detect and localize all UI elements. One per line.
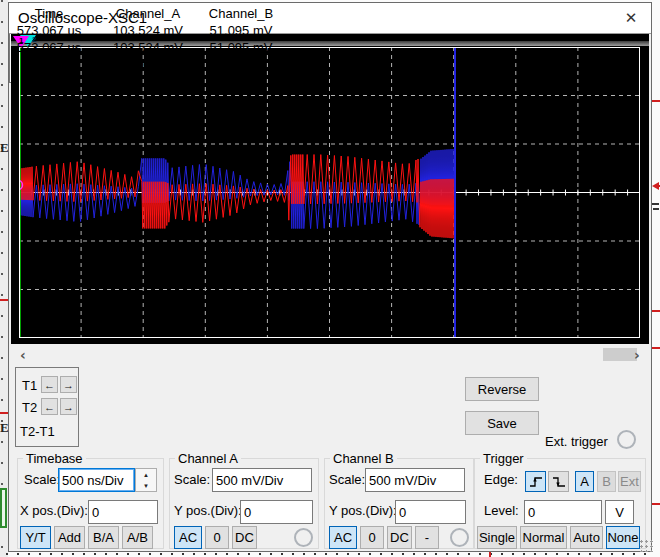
trigger-level-label: Level: [484, 503, 519, 518]
channel-b-ypos-label: Y pos.(Div): [329, 503, 397, 518]
spinner-up-icon[interactable]: ▲ [136, 469, 156, 480]
background-letter-fragment: E [0, 420, 8, 436]
trigger-normal-button[interactable]: Normal [520, 526, 567, 549]
timebase-title: Timebase [23, 451, 86, 466]
cursor-controls-box: T1 ← → T2 ← → T2-T1 [15, 367, 79, 447]
channel-b-zero-button[interactable]: 0 [360, 526, 384, 549]
channel-b-group: Channel B Scale: Y pos.(Div): AC 0 DC - [324, 458, 474, 549]
table-row: 573.067 us 103.524 mV 51.095 mV [9, 40, 651, 56]
channel-a-ac-button[interactable]: AC [174, 526, 202, 549]
channel-b-terminal-icon[interactable] [450, 528, 469, 547]
t2t1-label: T2-T1 [20, 424, 55, 439]
trigger-auto-button[interactable]: Auto [570, 526, 603, 549]
column-channel-b: Channel_B [196, 6, 286, 21]
ab-mode-button[interactable]: A/B [122, 526, 153, 549]
rising-edge-icon [529, 475, 543, 489]
background-wire [656, 185, 660, 187]
channel-b-ac-button[interactable]: AC [329, 526, 357, 549]
background-wire [652, 100, 660, 102]
background-wire [652, 503, 660, 505]
table-row: 0.000 s 0.000 V 0.000 V [9, 57, 651, 73]
background-wire [652, 310, 660, 312]
delta-channel-a: 0.000 V [98, 57, 198, 72]
timebase-scale-label: Scale: [24, 472, 60, 487]
channel-b-title: Channel B [330, 451, 397, 466]
channel-a-terminal-icon[interactable] [294, 528, 313, 547]
t2-label: T2 [22, 400, 37, 415]
ext-trigger-terminal-icon[interactable] [617, 430, 636, 449]
background-schematic-left: E E [0, 0, 8, 557]
channel-a-scale-input[interactable] [212, 468, 312, 492]
ext-trigger-label: Ext. trigger [545, 434, 608, 449]
background-selection-marquee [6, 553, 652, 555]
t2-time: 573.067 us [9, 40, 89, 55]
oscilloscope-window: Oscilloscope-XSC1 ✕ 1 2 ‹ › T1 ← → T2 ← … [8, 2, 652, 552]
background-component-fragment [653, 208, 659, 210]
t1-time: 573.067 us [9, 23, 89, 38]
channel-a-ypos-input[interactable] [240, 500, 313, 524]
trigger-level-unit[interactable]: V [605, 500, 634, 524]
background-component [0, 488, 7, 528]
channel-a-dc-button[interactable]: DC [232, 526, 257, 549]
t2-channel-b: 51.095 mV [196, 40, 286, 55]
t2-right-button[interactable]: → [60, 398, 77, 415]
channel-b-dc-button[interactable]: DC [387, 526, 412, 549]
background-wire [652, 347, 660, 349]
falling-edge-button[interactable] [548, 471, 569, 492]
trigger-edge-label: Edge: [484, 472, 518, 487]
table-row: 573.067 us 103.524 mV 51.095 mV [9, 23, 651, 39]
channel-b-ypos-input[interactable] [395, 500, 466, 524]
resize-grip[interactable] [639, 539, 653, 552]
channel-a-group: Channel A Scale: Y pos.(Div): AC 0 DC [169, 458, 319, 549]
column-channel-a: Channel_A [98, 6, 198, 21]
rising-edge-button[interactable] [525, 471, 546, 492]
reverse-button[interactable]: Reverse [465, 377, 539, 401]
background-letter-fragment: E [0, 140, 8, 156]
timebase-group: Timebase Scale: ▲ ▼ X pos.(Div): Y/T Add… [17, 458, 164, 549]
trigger-title: Trigger [480, 451, 527, 466]
scope-display[interactable] [19, 47, 640, 338]
delta-channel-b: 0.000 V [196, 57, 286, 72]
spinner-down-icon[interactable]: ▼ [136, 480, 156, 491]
timebase-scale-spinner[interactable]: ▲ ▼ [135, 468, 157, 492]
trigger-source-ext-button[interactable]: Ext [618, 471, 641, 492]
column-time: Time [9, 6, 89, 21]
trigger-single-button[interactable]: Single [477, 526, 517, 549]
t1-label: T1 [22, 378, 37, 393]
background-wire [0, 412, 8, 414]
t2-left-button[interactable]: ← [41, 398, 58, 415]
trigger-level-input[interactable] [524, 500, 602, 524]
save-button[interactable]: Save [465, 411, 539, 435]
channel-b-minus-button[interactable]: - [415, 526, 439, 549]
falling-edge-icon [552, 475, 566, 489]
background-component-fragment [652, 203, 659, 205]
channel-a-zero-button[interactable]: 0 [205, 526, 229, 549]
t1-right-button[interactable]: → [60, 376, 77, 393]
background-ruler-ticks [1, 0, 3, 557]
trigger-none-button[interactable]: None [606, 526, 640, 549]
trigger-group: Trigger Edge: A B Ext Level: V Single No… [474, 458, 646, 549]
channel-b-scale-input[interactable] [365, 468, 465, 492]
t1-channel-b: 51.095 mV [196, 23, 286, 38]
yt-mode-button[interactable]: Y/T [20, 526, 51, 549]
timebase-xpos-label: X pos.(Div): [20, 503, 88, 518]
timebase-xpos-input[interactable] [88, 500, 158, 524]
channel-a-ypos-label: Y pos.(Div): [174, 503, 242, 518]
scroll-left-icon[interactable]: ‹ [15, 347, 31, 362]
timebase-scale-input[interactable] [58, 468, 135, 492]
scroll-right-icon[interactable]: › [629, 347, 645, 362]
channel-a-scale-label: Scale: [174, 472, 210, 487]
ba-mode-button[interactable]: B/A [88, 526, 119, 549]
table-header-row: Time Channel_A Channel_B [9, 6, 651, 22]
trigger-source-a-button[interactable]: A [575, 471, 594, 492]
channel-a-title: Channel A [175, 451, 241, 466]
measurement-table: Time Channel_A Channel_B 573.067 us 103.… [9, 3, 388, 83]
t1-channel-a: 103.524 mV [98, 23, 198, 38]
t1-left-button[interactable]: ← [41, 376, 58, 393]
add-mode-button[interactable]: Add [54, 526, 85, 549]
trigger-source-b-button[interactable]: B [597, 471, 616, 492]
scope-scrollbar[interactable]: ‹ › [11, 346, 649, 363]
t2-channel-a: 103.524 mV [98, 40, 198, 55]
background-wire [0, 299, 8, 301]
channel-b-scale-label: Scale: [329, 472, 365, 487]
